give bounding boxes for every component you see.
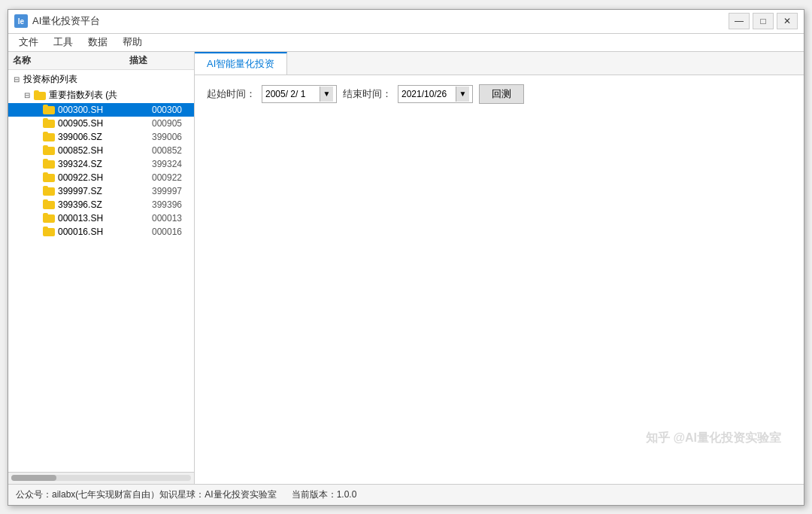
item-name: 000905.SH: [58, 118, 149, 129]
window-title: AI量化投资平台: [32, 14, 729, 28]
window-controls: — □ ✕: [729, 13, 798, 29]
list-item[interactable]: 000922.SH 000922: [8, 171, 194, 184]
folder-icon: [34, 90, 46, 100]
item-desc: 399997: [149, 186, 194, 196]
end-time-label: 结束时间：: [343, 87, 392, 101]
title-bar: Ie AI量化投资平台 — □ ✕: [8, 10, 804, 34]
folder-icon: [43, 132, 55, 141]
item-name: 000013.SH: [58, 213, 149, 224]
item-desc: 399006: [149, 132, 194, 142]
folder-icon: [43, 172, 55, 182]
item-desc: 000013: [149, 213, 194, 224]
list-item[interactable]: 000300.SH 000300: [8, 103, 194, 117]
item-name: 399396.SZ: [58, 199, 149, 210]
status-bar: 公众号：ailabx(七年实现财富自由）知识星球：AI量化投资实验室 当前版本：…: [8, 484, 804, 505]
start-date-picker-btn[interactable]: ▼: [320, 87, 333, 102]
item-desc: 399324: [149, 159, 194, 169]
col-desc-header: 描述: [129, 54, 189, 67]
left-panel: 名称 描述 ⊟ 投资标的列表 ⊟ 重要指数列表 (共 000300.: [8, 52, 195, 484]
list-item[interactable]: 399997.SZ 399997: [8, 184, 194, 198]
scrollbar-track: [11, 475, 191, 481]
menu-help[interactable]: 帮助: [115, 34, 150, 50]
folder-icon: [43, 159, 55, 169]
menu-data[interactable]: 数据: [80, 34, 115, 50]
list-item[interactable]: 000852.SH 000852: [8, 144, 194, 157]
root-label: 投资标的列表: [23, 73, 194, 86]
main-area: 名称 描述 ⊟ 投资标的列表 ⊟ 重要指数列表 (共 000300.: [8, 52, 804, 484]
folder-icon: [43, 105, 55, 114]
folder-label: 重要指数列表 (共: [49, 89, 194, 102]
list-item[interactable]: 399006.SZ 399006: [8, 130, 194, 144]
item-name: 000016.SH: [58, 227, 149, 237]
list-item[interactable]: 000016.SH 000016: [8, 225, 194, 239]
item-name: 399006.SZ: [58, 132, 149, 142]
tab-ai-invest[interactable]: AI智能量化投资: [195, 52, 287, 75]
menu-file[interactable]: 文件: [11, 34, 46, 50]
end-date-picker-btn[interactable]: ▼: [456, 87, 469, 102]
scrollbar-thumb[interactable]: [11, 475, 56, 481]
item-name: 399997.SZ: [58, 186, 149, 196]
folder-icon: [43, 118, 55, 128]
content-area: 起始时间： 2005/ 2/ 1 ▼ 结束时间： 2021/10/26 ▼ 回测: [195, 75, 804, 484]
right-panel-container: AI智能量化投资 起始时间： 2005/ 2/ 1 ▼ 结束时间： 2021/1…: [195, 52, 804, 484]
item-name: 000922.SH: [58, 172, 149, 183]
main-window: Ie AI量化投资平台 — □ ✕ 文件 工具 数据 帮助 名称 描述 ⊟ 投资…: [8, 9, 804, 506]
horizontal-scrollbar[interactable]: [8, 472, 194, 484]
item-name: 000300.SH: [58, 105, 149, 115]
app-icon: Ie: [14, 14, 28, 28]
status-version: 当前版本：1.0.0: [292, 488, 357, 501]
item-desc: 000922: [149, 172, 194, 183]
tree-folder[interactable]: ⊟ 重要指数列表 (共: [8, 87, 194, 103]
item-desc: 000016: [149, 227, 194, 237]
item-desc: 399396: [149, 199, 194, 210]
end-date-value: 2021/10/26: [401, 89, 456, 99]
tree-area[interactable]: ⊟ 投资标的列表 ⊟ 重要指数列表 (共 000300.SH 000300: [8, 70, 194, 472]
minimize-button[interactable]: —: [729, 13, 750, 29]
list-item[interactable]: 000013.SH 000013: [8, 211, 194, 225]
item-desc: 000852: [149, 145, 194, 156]
item-name: 000852.SH: [58, 145, 149, 156]
folder-icon: [43, 213, 55, 223]
list-item[interactable]: 399324.SZ 399324: [8, 157, 194, 171]
tab-bar: AI智能量化投资: [195, 52, 804, 75]
expand-icon: ⊟: [22, 90, 32, 100]
backtest-button[interactable]: 回测: [479, 84, 524, 104]
menu-bar: 文件 工具 数据 帮助: [8, 34, 804, 52]
start-date-value: 2005/ 2/ 1: [265, 89, 320, 99]
tree-root[interactable]: ⊟ 投资标的列表: [8, 71, 194, 87]
folder-icon: [43, 227, 55, 236]
folder-icon: [43, 145, 55, 155]
item-name: 399324.SZ: [58, 159, 149, 169]
start-time-label: 起始时间：: [207, 87, 256, 101]
collapse-icon: ⊟: [11, 74, 22, 84]
col-name-header: 名称: [13, 54, 129, 67]
end-date-input[interactable]: 2021/10/26 ▼: [398, 85, 473, 103]
close-button[interactable]: ✕: [777, 13, 798, 29]
menu-tools[interactable]: 工具: [46, 34, 80, 50]
maximize-button[interactable]: □: [753, 13, 774, 29]
list-item[interactable]: 000905.SH 000905: [8, 117, 194, 130]
folder-icon: [43, 199, 55, 209]
toolbar-row: 起始时间： 2005/ 2/ 1 ▼ 结束时间： 2021/10/26 ▼ 回测: [207, 84, 792, 104]
folder-icon: [43, 186, 55, 196]
panel-header: 名称 描述: [8, 52, 194, 70]
item-desc: 000905: [149, 118, 194, 129]
right-panel: AI智能量化投资 起始时间： 2005/ 2/ 1 ▼ 结束时间： 2021/1…: [195, 52, 804, 484]
start-date-input[interactable]: 2005/ 2/ 1 ▼: [262, 85, 337, 103]
list-item[interactable]: 399396.SZ 399396: [8, 198, 194, 211]
item-desc: 000300: [149, 105, 194, 115]
status-official: 公众号：ailabx(七年实现财富自由）知识星球：AI量化投资实验室: [16, 488, 277, 501]
